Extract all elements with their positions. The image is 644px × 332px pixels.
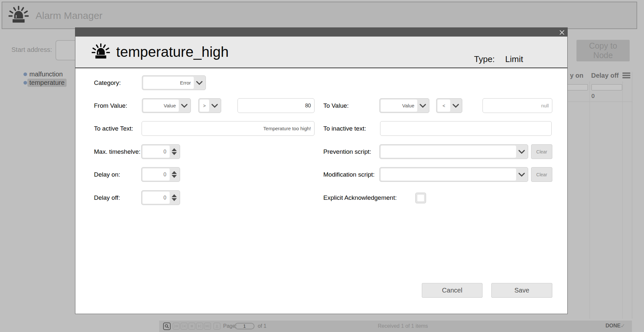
delay-off-label: Delay off: (94, 190, 120, 205)
category-dropdown-button[interactable] (194, 77, 205, 89)
copy-to-node-button[interactable]: Copy to Node (576, 40, 630, 61)
chevron-down-icon (518, 150, 525, 154)
dialog-title: temperature_high (116, 44, 229, 60)
tree-item-label-selected: temperature (27, 79, 67, 87)
arrow-up-icon (172, 171, 177, 174)
save-button[interactable]: Save (491, 283, 552, 298)
chevron-down-icon (420, 104, 426, 108)
table-column-divider (590, 82, 590, 319)
table-column-delay-off[interactable]: Delay off (591, 72, 619, 79)
max-timeshelve-label: Max. timeshelve: (94, 144, 141, 159)
first-page-icon (174, 324, 178, 328)
arrow-up-icon (172, 194, 177, 197)
modification-script-select[interactable] (379, 167, 528, 182)
type-value: Limit (505, 54, 523, 64)
table-menu-icon[interactable] (622, 72, 630, 79)
chevron-down-icon (211, 104, 218, 108)
next-page-icon (198, 324, 202, 328)
prevention-script-clear-button[interactable]: Clear (531, 144, 552, 159)
prevention-script-value (381, 146, 516, 158)
to-operator-dropdown-button[interactable] (450, 100, 461, 112)
max-timeshelve-stepper[interactable]: 0 (141, 144, 180, 159)
chevron-down-icon (518, 173, 525, 177)
arrow-down-icon (172, 152, 177, 155)
to-value-source: Value (381, 100, 417, 112)
prevention-script-select[interactable] (379, 144, 528, 159)
modification-script-clear-button[interactable]: Clear (531, 167, 552, 182)
table-filter-delay-on[interactable] (565, 84, 588, 90)
from-value-source: Value (143, 100, 179, 112)
app-title: Alarm Manager (36, 10, 102, 21)
to-inactive-text-input[interactable] (380, 121, 552, 136)
tree-bullet-icon (23, 81, 27, 85)
stop-icon (190, 324, 194, 328)
download-icon (215, 324, 219, 328)
chevron-down-icon (196, 81, 203, 85)
previous-page-button[interactable] (180, 323, 188, 330)
table-right-border (632, 72, 632, 319)
tree-item-malfunction[interactable]: malfunction (23, 71, 63, 78)
delay-off-value: 0 (143, 192, 170, 204)
chevron-down-icon (181, 104, 188, 108)
to-source-dropdown-button[interactable] (417, 100, 428, 112)
table-row-divider (568, 102, 632, 102)
done-check-icon[interactable]: ✓ (621, 323, 625, 329)
page-input[interactable] (235, 323, 254, 329)
close-icon (560, 30, 564, 35)
category-value: Error (143, 77, 194, 89)
to-active-text-input[interactable] (142, 121, 314, 136)
search-button[interactable] (163, 323, 171, 330)
next-page-button[interactable] (196, 323, 203, 330)
stepper-arrows[interactable] (170, 168, 179, 181)
table-column-divider (622, 82, 623, 319)
modification-script-dropdown-button[interactable] (516, 168, 527, 181)
alarm-icon (92, 42, 110, 62)
category-select[interactable]: Error (142, 75, 206, 90)
table-filter-delay-off[interactable] (591, 84, 622, 90)
from-operator-select[interactable]: > (198, 98, 221, 113)
page-of-label: of 1 (258, 323, 267, 329)
last-page-button[interactable] (204, 323, 211, 330)
tree-bullet-icon (23, 72, 27, 76)
alarm-type: Type:Limit (474, 54, 523, 64)
max-timeshelve-value: 0 (143, 146, 170, 158)
table-column-delay-on[interactable]: y on (570, 72, 583, 79)
arrow-down-icon (172, 198, 177, 201)
from-source-dropdown-button[interactable] (179, 100, 190, 112)
checkbox-inner (417, 194, 424, 202)
start-address-label: Start address: (11, 46, 52, 54)
cancel-button[interactable]: Cancel (422, 283, 483, 298)
explicit-ack-label: Explicit Acknowledgement: (323, 190, 397, 205)
arrow-up-icon (172, 148, 177, 151)
to-value-input[interactable] (483, 98, 552, 113)
to-operator-select[interactable]: < (436, 98, 462, 113)
delay-on-stepper[interactable]: 0 (141, 167, 180, 182)
previous-page-icon (182, 324, 186, 328)
dialog-titlebar[interactable] (75, 28, 567, 37)
dialog-header: temperature_high Type:Limit (75, 37, 567, 68)
download-button[interactable] (213, 323, 221, 330)
from-value-input[interactable] (238, 98, 314, 113)
stepper-arrows[interactable] (170, 192, 179, 204)
delay-on-label: Delay on: (94, 167, 120, 182)
to-value-label: To Value: (323, 98, 349, 113)
close-button[interactable] (558, 29, 565, 36)
alarm-icon (8, 5, 29, 26)
arrow-down-icon (172, 175, 177, 178)
prevention-script-dropdown-button[interactable] (516, 146, 527, 158)
delay-off-stepper[interactable]: 0 (141, 190, 180, 205)
stop-button[interactable] (188, 323, 195, 330)
modification-script-label: Modification script: (323, 167, 375, 182)
to-value-source-select[interactable]: Value (379, 98, 429, 113)
from-value-source-select[interactable]: Value (142, 98, 191, 113)
stepper-arrows[interactable] (170, 146, 179, 158)
tree-item-temperature[interactable]: temperature (23, 79, 67, 87)
from-value-label: From Value: (94, 98, 127, 113)
done-status: DONE (606, 323, 621, 329)
app-header: Alarm Manager (2, 2, 637, 29)
explicit-ack-checkbox[interactable] (415, 193, 426, 203)
first-page-button[interactable] (173, 323, 180, 330)
alarm-edit-dialog: temperature_high Type:Limit Category: Er… (75, 27, 568, 314)
last-page-icon (206, 324, 209, 328)
from-operator-dropdown-button[interactable] (209, 100, 220, 112)
